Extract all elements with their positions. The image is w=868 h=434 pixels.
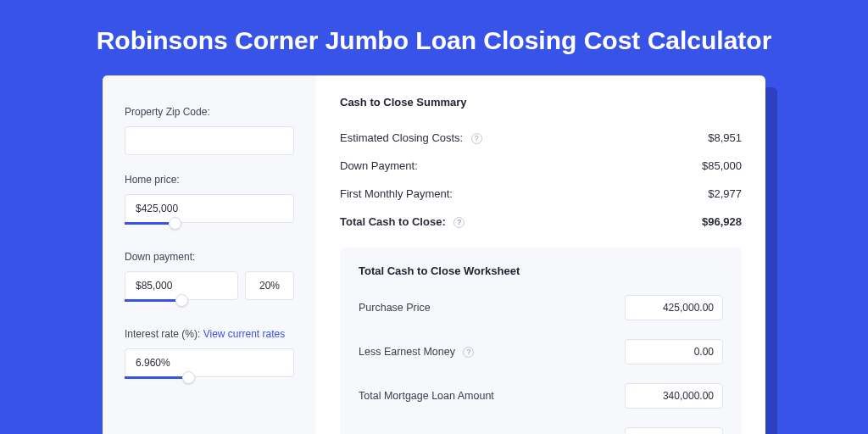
price-thumb[interactable] — [169, 217, 181, 230]
ws-value[interactable]: 340,000.00 — [625, 383, 723, 409]
rate-thumb[interactable] — [182, 371, 195, 384]
ws-label: Less Earnest Money — [359, 346, 455, 358]
rate-track — [125, 376, 294, 379]
rate-input[interactable] — [125, 348, 294, 377]
worksheet-title: Total Cash to Close Worksheet — [359, 264, 723, 277]
ws-row-purchase: Purchase Price 425,000.00 — [359, 286, 723, 330]
zip-input[interactable] — [125, 126, 294, 155]
ws-row-loan-amount: Total Mortgage Loan Amount 340,000.00 — [359, 374, 723, 418]
results-panel: Cash to Close Summary Estimated Closing … — [316, 75, 765, 434]
worksheet-panel: Total Cash to Close Worksheet Purchase P… — [340, 248, 742, 434]
summary-total-label: Total Cash to Close: — [340, 215, 446, 228]
page-title: Robinsons Corner Jumbo Loan Closing Cost… — [0, 0, 868, 75]
ws-value[interactable] — [625, 427, 723, 434]
calculator-card: Property Zip Code: Home price: Down paym… — [103, 75, 765, 434]
ws-label: Purchase Price — [359, 302, 431, 314]
down-field: Down payment: — [125, 251, 294, 309]
view-rates-link[interactable]: View current rates — [203, 328, 286, 340]
ws-row-second-mortgage: Total Second Mortgage Amount — [359, 418, 723, 434]
summary-total-value: $96,928 — [702, 215, 742, 228]
ws-value[interactable]: 0.00 — [625, 339, 723, 364]
help-icon[interactable]: ? — [463, 347, 474, 358]
summary-row-down: Down Payment: $85,000 — [340, 152, 742, 180]
rate-field: Interest rate (%): View current rates — [125, 328, 294, 387]
summary-label: Estimated Closing Costs: — [340, 131, 463, 144]
summary-title: Cash to Close Summary — [340, 96, 742, 108]
help-icon[interactable]: ? — [471, 133, 482, 144]
summary-row-first-payment: First Monthly Payment: $2,977 — [340, 180, 742, 208]
rate-slider[interactable] — [125, 376, 294, 387]
summary-row-total: Total Cash to Close: ? $96,928 — [340, 208, 742, 236]
summary-value: $85,000 — [702, 159, 742, 172]
inputs-panel: Property Zip Code: Home price: Down paym… — [103, 75, 316, 434]
down-track — [125, 299, 294, 302]
price-slider[interactable] — [125, 222, 294, 232]
summary-value: $8,951 — [708, 131, 742, 144]
summary-value: $2,977 — [708, 187, 742, 200]
rate-label: Interest rate (%): — [125, 328, 200, 340]
summary-label: Down Payment: — [340, 159, 418, 172]
rate-label-row: Interest rate (%): View current rates — [125, 328, 294, 340]
price-label: Home price: — [125, 174, 294, 186]
help-icon[interactable]: ? — [453, 217, 465, 228]
ws-value[interactable]: 425,000.00 — [625, 295, 723, 320]
price-fill — [125, 222, 169, 225]
ws-row-earnest: Less Earnest Money ? 0.00 — [359, 330, 723, 374]
summary-row-closing: Estimated Closing Costs: ? $8,951 — [340, 124, 742, 152]
down-slider[interactable] — [125, 299, 294, 309]
price-input[interactable] — [125, 194, 294, 223]
card-shadow: Property Zip Code: Home price: Down paym… — [103, 75, 765, 434]
down-fill — [125, 299, 175, 302]
down-thumb[interactable] — [175, 294, 188, 307]
zip-label: Property Zip Code: — [125, 106, 294, 118]
down-pct-input[interactable] — [245, 271, 294, 300]
down-label: Down payment: — [125, 251, 294, 263]
zip-field: Property Zip Code: — [125, 106, 294, 155]
ws-label: Total Mortgage Loan Amount — [359, 390, 494, 402]
price-track — [125, 222, 294, 225]
rate-fill — [125, 376, 182, 379]
price-field: Home price: — [125, 174, 294, 232]
summary-label: First Monthly Payment: — [340, 187, 453, 200]
